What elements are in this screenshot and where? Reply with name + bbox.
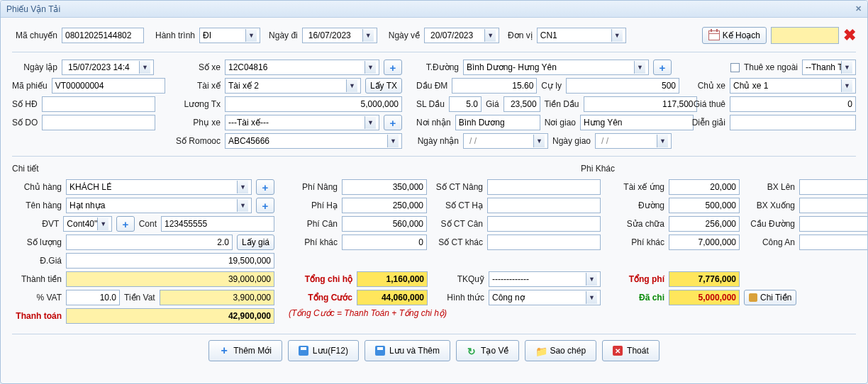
tai-xe-select[interactable]: Tài xế 2▼ [225,78,361,94]
noi-giao-input[interactable] [580,115,694,130]
phi-ha-input[interactable] [342,198,427,213]
add-t-duong-button[interactable]: + [653,60,672,75]
luu-va-them-button[interactable]: Lưu và Thêm [365,340,450,361]
phi-khac3-input[interactable] [669,235,740,250]
tong-phi-value [669,271,740,287]
chevron-down-icon[interactable]: ▼ [634,61,645,74]
ma-chuyen-input[interactable] [62,28,144,43]
phi-nang-input[interactable] [342,179,427,195]
ngay-giao-input[interactable]: / /▼ [595,133,672,149]
chu-xe-label: Chủ xe [686,81,725,91]
chevron-down-icon[interactable]: ▼ [362,29,374,42]
chevron-down-icon[interactable]: ▼ [237,199,248,212]
phu-xe-select[interactable]: ---Tài xế---▼ [225,115,379,130]
noi-nhan-input[interactable] [455,115,540,130]
thanh-to-select[interactable]: --Thanh To▼ [802,60,856,75]
tx-ung-input[interactable] [669,179,740,195]
them-moi-button[interactable]: +Thêm Mới [208,340,282,361]
clear-icon[interactable]: ✖ [843,26,856,45]
gia-input[interactable] [503,96,540,112]
chevron-down-icon[interactable]: ▼ [657,135,668,147]
hinh-thuc-select[interactable]: Công nợ▼ [489,290,601,305]
chevron-down-icon[interactable]: ▼ [346,79,357,92]
t-duong-select[interactable]: Bình Dương- Hưng Yên▼ [463,60,649,75]
so-romooc-select[interactable]: ABC45666▼ [225,133,402,149]
chevron-down-icon[interactable]: ▼ [484,29,496,42]
ngay-lap-input[interactable]: 15/07/2023 14:4▼ [62,60,154,75]
add-dvt-button[interactable]: + [116,216,134,232]
ngay-nhan-input[interactable]: / /▼ [463,133,548,149]
cong-an-input[interactable] [799,235,868,250]
so-xe-label: Số xe [168,62,221,72]
ten-hang-select[interactable]: Hạt nhựa▼ [66,198,252,213]
chevron-down-icon[interactable]: ▼ [365,116,376,129]
tong-cuoc-label: Tổng Cước [289,293,352,303]
thoat-button[interactable]: ✕Thoát [602,340,660,361]
bx-len-input[interactable] [799,179,868,195]
luu-button[interactable]: Lưu(F12) [288,340,359,361]
copy-icon: 📁 [535,346,545,356]
sua-chua-input[interactable] [669,216,740,232]
close-icon[interactable]: ✕ [855,4,862,13]
chevron-down-icon[interactable]: ▼ [611,29,623,42]
dien-giai-input[interactable] [730,115,856,130]
dvt-select[interactable]: Cont40"▼ [63,216,112,232]
chevron-down-icon[interactable]: ▼ [841,61,852,74]
phi-khac2-input[interactable] [342,235,427,250]
ngay-di-input[interactable]: 16/07/2023▼ [302,28,377,43]
bx-xuong-input[interactable] [799,198,868,213]
add-chu-hang-button[interactable]: + [256,179,274,195]
so-do-input[interactable] [42,115,155,130]
tk-quy-select[interactable]: -------------▼ [489,271,601,287]
sao-chep-button[interactable]: 📁Sao chép [525,340,596,361]
thanh-tien-input[interactable] [66,271,274,287]
d-gia-input[interactable] [66,253,274,269]
luong-tx-input[interactable] [225,96,402,112]
chevron-down-icon[interactable]: ▼ [841,79,852,92]
chevron-down-icon[interactable]: ▼ [365,61,376,74]
don-vi-label: Đơn vị [508,30,533,40]
add-ten-hang-button[interactable]: + [256,198,274,213]
tao-ve-button[interactable]: ↻Tạo Về [456,340,519,361]
ngay-ve-input[interactable]: 20/07/2023▼ [424,28,499,43]
chevron-down-icon[interactable]: ▼ [237,181,248,193]
gia-thue-input[interactable] [730,96,856,112]
add-so-xe-button[interactable]: + [384,60,402,75]
so-ct-khac-input[interactable] [487,235,601,250]
cont-input[interactable] [161,216,274,232]
hanh-trinh-select[interactable]: ĐI▼ [199,28,260,43]
chu-xe-select[interactable]: Chủ xe 1▼ [730,78,856,94]
add-phu-xe-button[interactable]: + [384,115,402,130]
so-xe-select[interactable]: 12C04816▼ [225,60,379,75]
so-ct-can-input[interactable] [487,216,601,232]
so-hd-input[interactable] [42,96,155,112]
thue-ngoai-checkbox[interactable] [730,63,740,72]
dau-dm-input[interactable] [452,78,537,94]
lay-gia-button[interactable]: Lấy giá [237,235,274,250]
tien-dau-input[interactable] [584,96,697,112]
vat-input[interactable] [66,290,120,305]
ke-hoach-search-input[interactable] [771,27,839,44]
ke-hoach-button[interactable]: Kế Hoạch [702,27,767,44]
chevron-down-icon[interactable]: ▼ [97,218,108,230]
so-ct-ha-input[interactable] [487,198,601,213]
duong-input[interactable] [669,198,740,213]
phi-can-input[interactable] [342,216,427,232]
don-vi-select[interactable]: CN1▼ [537,28,626,43]
cu-ly-input[interactable] [566,78,679,94]
chevron-down-icon[interactable]: ▼ [586,291,597,304]
chevron-down-icon[interactable]: ▼ [139,61,150,74]
so-luong-input[interactable] [66,235,233,250]
chi-tien-button[interactable]: Chi Tiền [744,290,796,305]
so-ct-nang-input[interactable] [487,179,601,195]
chevron-down-icon[interactable]: ▼ [533,135,545,147]
chevron-down-icon[interactable]: ▼ [586,273,597,286]
tien-vat-input[interactable] [160,290,274,305]
ma-phieu-input[interactable] [52,78,165,94]
sl-dau-input[interactable] [449,96,482,112]
cau-duong-input[interactable] [799,216,868,232]
chu-hang-select[interactable]: KHÁCH LẺ▼ [66,179,252,195]
chevron-down-icon[interactable]: ▼ [245,29,257,42]
chevron-down-icon[interactable]: ▼ [387,135,399,147]
lay-tx-button[interactable]: Lấy TX [365,78,402,94]
